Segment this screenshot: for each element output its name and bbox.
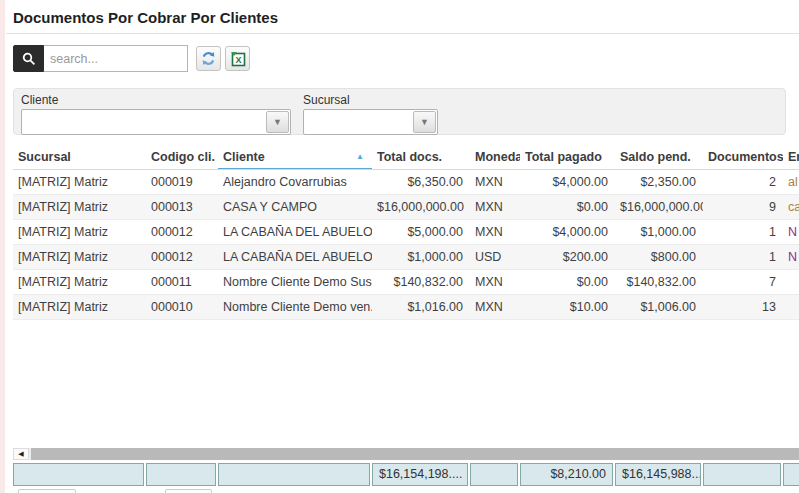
chevron-down-icon[interactable]: ▼ [413,111,436,133]
cell-clipped [783,295,799,319]
cell-total-pagado: $0.00 [520,195,615,219]
cliente-combobox-input[interactable] [22,110,264,134]
table-row[interactable]: [MATRIZ] Matriz 000013 CASA Y CAMPO $16,… [13,195,799,220]
table-row[interactable]: [MATRIZ] Matriz 000010 Nombre Cliente De… [13,295,799,320]
cell-sucursal: [MATRIZ] Matriz [13,195,146,219]
column-header-clipped[interactable]: Em [783,145,799,169]
grid-header-row: Sucursal Codigo cli. Cliente ▲ Total doc… [13,145,799,170]
column-header-saldo-pend[interactable]: Saldo pend. [615,145,703,169]
scrollbar-thumb[interactable] [31,448,799,460]
cell-moneda: USD [470,245,520,269]
sort-ascending-icon: ▲ [356,145,364,169]
cell-moneda: MXN [470,295,520,319]
refresh-icon [201,51,216,66]
sucursal-combobox[interactable]: ▼ [303,109,438,135]
cell-codigo: 000019 [146,170,218,194]
title-divider [6,33,799,34]
cliente-combobox[interactable]: ▼ [21,109,291,135]
column-header-cliente-label: Cliente [223,145,265,169]
scroll-left-button[interactable]: ◀ [13,448,29,460]
cell-cliente: LA CABAÑA DEL ABUELO [218,245,372,269]
cell-total-docs: $6,350.00 [372,170,470,194]
cell-sucursal: [MATRIZ] Matriz [13,270,146,294]
summary-cell-sucursal [13,463,144,486]
column-header-documentos[interactable]: Documentos [703,145,783,169]
refresh-button[interactable] [196,46,221,71]
cell-total-docs: $1,000.00 [372,245,470,269]
cell-documentos: 13 [703,295,783,319]
cell-moneda: MXN [470,195,520,219]
page-left-strip [0,0,5,493]
cell-clipped: N [783,220,799,244]
filter-panel: Cliente ▼ Sucursal ▼ [13,88,786,135]
filter-group-sucursal: Sucursal ▼ [303,93,438,135]
search-input[interactable] [44,45,188,72]
cell-total-pagado: $4,000.00 [520,220,615,244]
pager-clipped [13,487,799,493]
column-header-total-docs[interactable]: Total docs. [372,145,470,169]
cell-total-pagado: $0.00 [520,270,615,294]
cell-total-pagado: $4,000.00 [520,170,615,194]
chevron-down-icon[interactable]: ▼ [266,111,289,133]
cell-total-docs: $16,000,000.00 [372,195,470,219]
cell-codigo: 000010 [146,295,218,319]
magnifier-glyph [22,52,36,66]
cell-documentos: 1 [703,245,783,269]
cell-saldo-pend: $140,832.00 [615,270,703,294]
summary-cell-total-pagado: $8,210.00 [520,463,613,486]
cell-sucursal: [MATRIZ] Matriz [13,220,146,244]
column-header-cliente[interactable]: Cliente ▲ [218,145,372,169]
summary-cell-saldo-pend: $16,145,988.... [615,463,701,486]
cell-sucursal: [MATRIZ] Matriz [13,295,146,319]
cell-cliente: Nombre Cliente Demo ven... [218,295,372,319]
cell-codigo: 000013 [146,195,218,219]
summary-cell-documentos [703,463,781,486]
svg-text:X: X [235,55,241,65]
search-icon[interactable] [13,45,44,72]
cell-cliente: CASA Y CAMPO [218,195,372,219]
cell-saldo-pend: $16,000,000.00 [615,195,703,219]
column-header-moneda[interactable]: Moneda [470,145,520,169]
filter-label-sucursal: Sucursal [303,93,438,107]
export-excel-button[interactable]: X [225,46,250,71]
column-header-sucursal[interactable]: Sucursal [13,145,146,169]
filter-label-cliente: Cliente [21,93,291,107]
cell-documentos: 7 [703,270,783,294]
horizontal-scrollbar[interactable]: ◀ [13,448,799,460]
cell-sucursal: [MATRIZ] Matriz [13,245,146,269]
cell-total-docs: $5,000.00 [372,220,470,244]
search-box [13,45,188,72]
page-number-input[interactable] [165,489,212,493]
table-row[interactable]: [MATRIZ] Matriz 000011 Nombre Cliente De… [13,270,799,295]
page-title: Documentos Por Cobrar Por Clientes [13,9,278,26]
cell-total-pagado: $10.00 [520,295,615,319]
table-row[interactable]: [MATRIZ] Matriz 000019 Alejandro Covarru… [13,170,799,195]
cell-saldo-pend: $1,000.00 [615,220,703,244]
cell-clipped: ca [783,195,799,219]
column-header-total-pagado[interactable]: Total pagado [520,145,615,169]
page-size-select[interactable] [18,489,76,493]
cell-codigo: 000012 [146,245,218,269]
table-row[interactable]: [MATRIZ] Matriz 000012 LA CABAÑA DEL ABU… [13,220,799,245]
summary-row: $16,154,198.... $8,210.00 $16,145,988...… [13,463,799,486]
summary-cell-clipped [783,463,799,486]
cell-documentos: 2 [703,170,783,194]
toolbar: X [13,45,250,72]
cell-cliente: Nombre Cliente Demo Sus... [218,270,372,294]
cell-saldo-pend: $1,006.00 [615,295,703,319]
excel-icon: X [230,51,246,67]
column-header-codigo-cli[interactable]: Codigo cli. [146,145,218,169]
cell-clipped: al [783,170,799,194]
summary-cell-codigo [146,463,216,486]
sucursal-combobox-input[interactable] [304,110,411,134]
table-row[interactable]: [MATRIZ] Matriz 000012 LA CABAÑA DEL ABU… [13,245,799,270]
cell-total-docs: $140,832.00 [372,270,470,294]
cell-clipped: N [783,245,799,269]
summary-cell-cliente [218,463,370,486]
documents-grid: Sucursal Codigo cli. Cliente ▲ Total doc… [13,145,799,320]
cell-codigo: 000012 [146,220,218,244]
cell-saldo-pend: $800.00 [615,245,703,269]
summary-cell-moneda [470,463,518,486]
cell-documentos: 1 [703,220,783,244]
cell-moneda: MXN [470,170,520,194]
